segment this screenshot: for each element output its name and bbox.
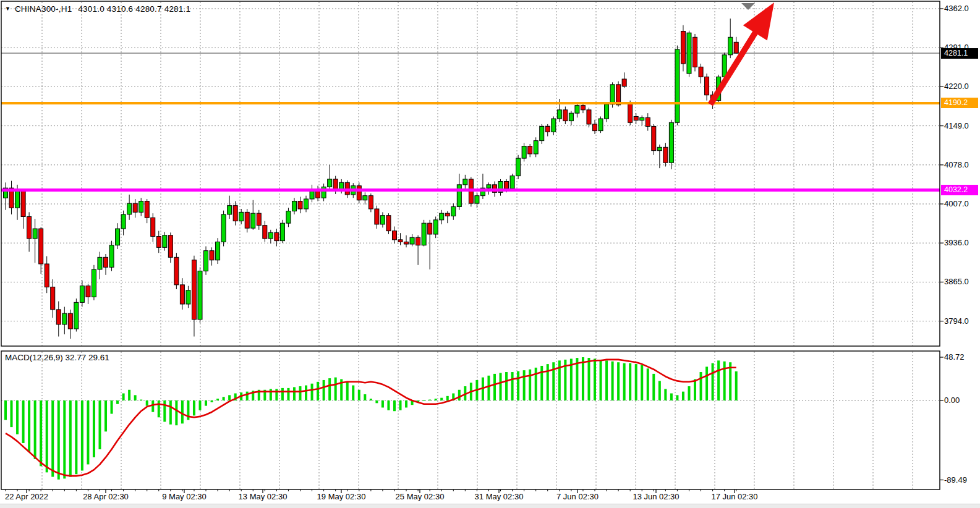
time-axis-label: 13 Jun 02:30: [616, 492, 696, 501]
time-axis-label: 7 Jun 02:30: [537, 492, 618, 501]
symbol-timeframe-title: CHINA300-,H1: [15, 4, 72, 14]
bottom-status-strip: [0, 504, 980, 508]
chart-canvas[interactable]: [0, 0, 980, 508]
time-axis-label: 9 May 02:30: [144, 492, 224, 501]
chart-window: ▼ CHINA300-,H1 4301.0 4310.6 4280.7 4281…: [0, 0, 980, 508]
price-axis-label: 4007.0: [944, 199, 969, 208]
price-axis-label: 3865.0: [944, 277, 969, 286]
time-axis-label: 19 May 02:30: [301, 492, 381, 501]
price-axis-label: 4362.0: [944, 4, 969, 13]
ohlc-readout: 4301.0 4310.6 4280.7 4281.1: [78, 4, 190, 14]
pane-borders: [1, 1, 940, 489]
grid-lines: [1, 2, 940, 489]
candlestick-series[interactable]: [4, 19, 739, 339]
price-axis-label: 3936.0: [944, 238, 969, 247]
axis-ticks: [6, 9, 944, 493]
horizontal-level-lines[interactable]: [1, 103, 940, 190]
macd-indicator-label: MACD(12,26,9) 32.77 29.61: [5, 353, 109, 362]
chart-title-bar: ▼ CHINA300-,H1 4301.0 4310.6 4280.7 4281…: [5, 3, 190, 14]
time-axis-label: 13 May 02:30: [223, 492, 303, 501]
time-axis-label: 17 Jun 02:30: [694, 492, 775, 501]
last-price-tag: 4281.1: [941, 48, 978, 59]
price-axis-label: 4078.0: [944, 160, 969, 169]
support-price-tag: 4032.2: [941, 185, 978, 195]
macd-series[interactable]: [4, 357, 738, 480]
price-axis-label: 3794.0: [944, 316, 969, 326]
macd-axis-label: 48.72: [944, 352, 965, 362]
time-axis-label: 28 Apr 02:30: [66, 492, 146, 501]
price-axis-label: 4149.0: [944, 121, 969, 130]
macd-axis-label: -89.49: [944, 475, 967, 485]
price-axis-label: 4220.0: [944, 82, 969, 91]
time-axis-label: 25 May 02:30: [380, 492, 460, 501]
resistance-price-tag: 4190.2: [941, 98, 978, 108]
chart-symbol-icon: ▼: [5, 3, 11, 14]
time-axis-label: 31 May 02:30: [459, 492, 539, 501]
macd-axis-label: 0.00: [944, 396, 960, 405]
time-axis-label: 22 Apr 2022: [0, 492, 67, 501]
